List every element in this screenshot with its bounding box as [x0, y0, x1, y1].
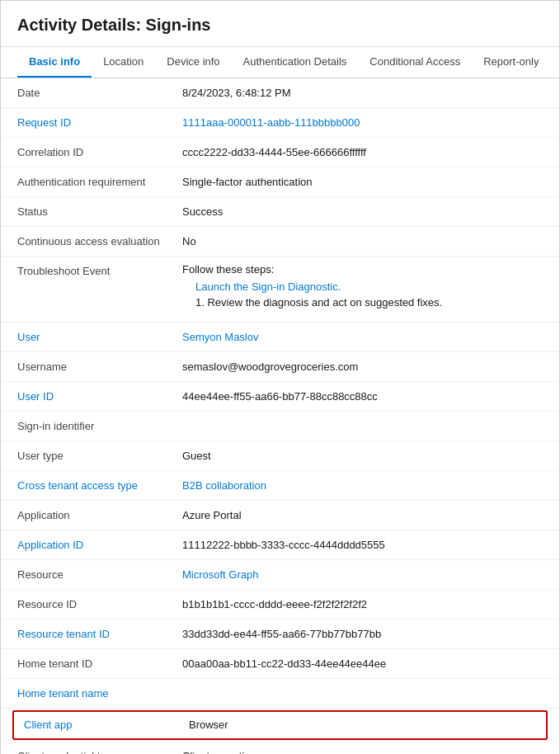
label-home-tenant-name: Home tenant name [17, 686, 182, 700]
row-user: User Semyon Maslov [1, 323, 559, 352]
row-resource-tenant-id: Resource tenant ID 33dd33dd-ee44-ff55-aa… [1, 620, 559, 649]
label-continuous-access: Continuous access evaluation [17, 233, 182, 247]
label-client-app: Client app [24, 717, 189, 731]
value-signin-identifier [182, 418, 543, 420]
row-username: Username semaslov@woodgrovegroceries.com [1, 352, 559, 382]
row-signin-identifier: Sign-in identifier [1, 412, 559, 441]
row-correlation-id: Correlation ID cccc2222-dd33-4444-55ee-6… [1, 138, 559, 167]
value-application-id: 11112222-bbbb-3333-cccc-4444dddd5555 [182, 537, 543, 551]
troubleshoot-step-text: 1. Review the diagnosis and act on sugge… [195, 296, 543, 309]
row-home-tenant-name: Home tenant name [1, 679, 559, 709]
label-auth-requirement: Authentication requirement [17, 174, 182, 188]
tab-basic-info[interactable]: Basic info [17, 47, 92, 78]
row-continuous-access: Continuous access evaluation No [1, 227, 559, 257]
tab-report-only[interactable]: Report-only [472, 47, 550, 78]
value-correlation-id: cccc2222-dd33-4444-55ee-666666ffffff [182, 144, 543, 158]
label-cross-tenant: Cross tenant access type [17, 478, 182, 492]
label-status: Status [17, 204, 182, 218]
row-client-app: Client app Browser [12, 710, 548, 740]
tab-bar: Basic info Location Device info Authenti… [1, 47, 559, 78]
row-home-tenant-id: Home tenant ID 00aa00aa-bb11-cc22-dd33-4… [1, 649, 559, 679]
row-resource-id: Resource ID b1b1b1b1-cccc-dddd-eeee-f2f2… [1, 590, 559, 620]
value-username: semaslov@woodgrovegroceries.com [182, 359, 543, 373]
value-client-credential-type: Client assertion [182, 748, 543, 754]
row-cross-tenant: Cross tenant access type B2B collaborati… [1, 471, 559, 501]
value-client-app: Browser [189, 717, 536, 731]
label-user-type: User type [17, 448, 182, 462]
value-cross-tenant[interactable]: B2B collaboration [182, 478, 543, 492]
content-area: Date 8/24/2023, 6:48:12 PM Request ID 11… [1, 78, 559, 754]
activity-details-panel: Activity Details: Sign-ins Basic info Lo… [0, 0, 560, 754]
row-application: Application Azure Portal [1, 501, 559, 530]
tab-conditional-access[interactable]: Conditional Access [358, 47, 472, 78]
value-auth-requirement: Single-factor authentication [182, 174, 543, 188]
value-resource-tenant-id: 33dd33dd-ee44-ff55-aa66-77bb77bb77bb [182, 626, 543, 640]
label-client-credential-type: Client credential type [17, 748, 182, 754]
value-user[interactable]: Semyon Maslov [182, 329, 543, 343]
label-correlation-id: Correlation ID [17, 144, 182, 158]
value-resource-id: b1b1b1b1-cccc-dddd-eeee-f2f2f2f2f2f2 [182, 596, 543, 610]
tab-authentication-details[interactable]: Authentication Details [232, 47, 359, 78]
row-date: Date 8/24/2023, 6:48:12 PM [1, 78, 559, 108]
row-user-id: User ID 44ee44ee-ff55-aa66-bb77-88cc88cc… [1, 382, 559, 412]
label-date: Date [17, 85, 182, 99]
value-date: 8/24/2023, 6:48:12 PM [182, 85, 543, 99]
value-user-id: 44ee44ee-ff55-aa66-bb77-88cc88cc88cc [182, 389, 543, 403]
panel-title: Activity Details: Sign-ins [1, 1, 559, 47]
value-user-type: Guest [182, 448, 543, 462]
label-troubleshoot: Troubleshoot Event [17, 263, 182, 277]
row-client-credential-type: Client credential type Client assertion [1, 742, 559, 754]
tab-device-info[interactable]: Device info [155, 47, 231, 78]
value-continuous-access: No [182, 233, 543, 247]
label-resource-tenant-id: Resource tenant ID [17, 626, 182, 640]
label-resource-id: Resource ID [17, 596, 182, 610]
row-auth-requirement: Authentication requirement Single-factor… [1, 167, 559, 197]
value-status: Success [182, 204, 543, 218]
label-application: Application [17, 507, 182, 521]
row-resource: Resource Microsoft Graph [1, 560, 559, 590]
label-home-tenant-id: Home tenant ID [17, 656, 182, 670]
label-user-id: User ID [17, 389, 182, 403]
tab-location[interactable]: Location [92, 47, 155, 78]
label-resource: Resource [17, 567, 182, 581]
troubleshoot-launch-link[interactable]: Launch the Sign-in Diagnostic. [195, 280, 543, 293]
row-user-type: User type Guest [1, 441, 559, 471]
value-resource[interactable]: Microsoft Graph [182, 567, 543, 581]
label-username: Username [17, 359, 182, 373]
row-status: Status Success [1, 197, 559, 227]
label-request-id: Request ID [17, 115, 182, 129]
label-user: User [17, 329, 182, 343]
row-application-id: Application ID 11112222-bbbb-3333-cccc-4… [1, 530, 559, 560]
value-request-id[interactable]: 1111aaa-000011-aabb-111bbbbb000 [182, 115, 543, 129]
value-home-tenant-name [182, 686, 543, 687]
troubleshoot-block: Follow these steps: Launch the Sign-in D… [182, 263, 543, 309]
label-application-id: Application ID [17, 537, 182, 551]
row-request-id: Request ID 1111aaa-000011-aabb-111bbbbb0… [1, 108, 559, 138]
value-application: Azure Portal [182, 507, 543, 521]
value-home-tenant-id: 00aa00aa-bb11-cc22-dd33-44ee44ee44ee [182, 656, 543, 670]
label-signin-identifier: Sign-in identifier [17, 418, 182, 432]
row-troubleshoot: Troubleshoot Event Follow these steps: L… [1, 257, 559, 323]
troubleshoot-follow-text: Follow these steps: [182, 263, 543, 276]
